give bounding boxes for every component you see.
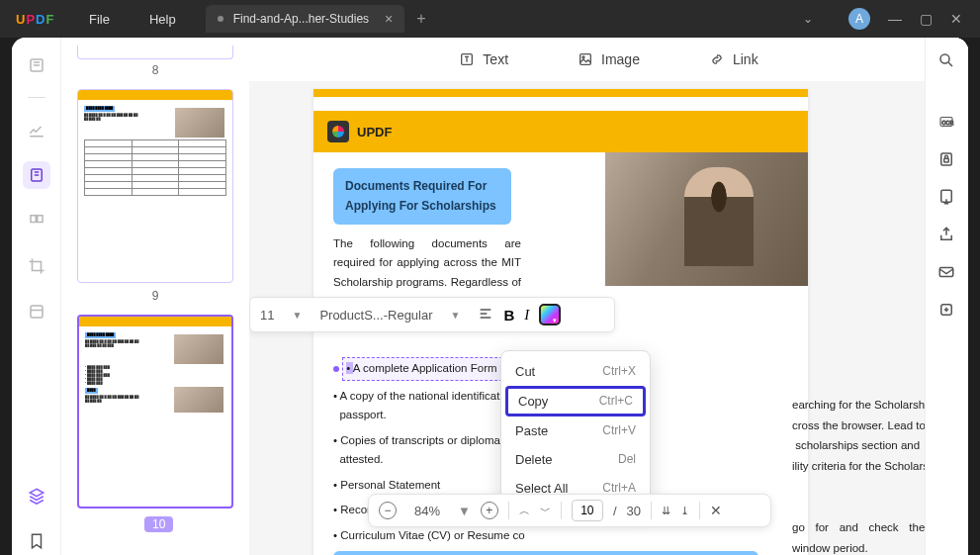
annotate-tool-icon[interactable] [23,116,50,143]
zoom-in-button[interactable]: + [481,502,498,519]
mail-icon[interactable] [937,263,957,283]
thumb-num-8: 8 [77,63,233,77]
page-total: 30 [627,504,641,518]
svg-rect-14 [939,268,953,277]
ctx-paste[interactable]: PasteCtrl+V [501,416,650,445]
ocr-icon[interactable]: OCR [937,113,957,133]
chevron-down-icon[interactable]: ⌄ [803,12,813,26]
ctx-delete[interactable]: DeleteDel [501,445,650,474]
svg-point-7 [582,56,584,58]
updf-doc-logo [327,121,349,142]
app-logo: UPDF [0,12,79,27]
bold-button[interactable]: B [503,307,514,324]
jump-bottom-button[interactable]: ⤓ [680,505,689,517]
zoom-level[interactable]: 84% [406,504,448,518]
jump-down-button[interactable]: ⇊ [662,505,670,517]
bookmark-icon[interactable] [23,527,50,555]
page-nav-bar: − 84% ▼ + ︿ ﹀ /30 ⇊ ⤓ ✕ [368,494,771,527]
edit-tool-icon[interactable] [23,161,50,189]
thumbnail-9[interactable]: ████ ████ ████ ██ ████ ██ █ ██ ██ ███ ██… [77,89,233,283]
font-family-select[interactable]: ProductS...-Regular [319,308,432,323]
user-avatar[interactable]: A [848,8,870,30]
organize-tool-icon[interactable] [23,207,50,234]
redact-tool-icon[interactable] [23,298,50,325]
svg-rect-12 [943,158,948,162]
layers-icon[interactable] [23,482,50,509]
minimize-icon[interactable]: — [888,11,902,27]
svg-rect-4 [31,306,43,318]
ctx-copy[interactable]: CopyCtrl+C [505,386,646,416]
zoom-out-button[interactable]: − [379,502,397,519]
sign-icon[interactable] [937,188,957,208]
menu-file[interactable]: File [89,12,110,27]
thumb-num-9: 9 [77,289,233,303]
nav-close-button[interactable]: ✕ [710,503,722,518]
crop-tool-icon[interactable] [23,252,50,280]
document-tab[interactable]: Find-and-Ap...her-Studies × [206,5,405,33]
document-photo [605,152,808,286]
section-heading-badge: Documents Required For Applying For Scho… [333,168,511,225]
edit-tab-image[interactable]: Image [578,51,640,67]
font-size-select[interactable]: 11 [260,308,274,323]
svg-point-8 [940,54,949,63]
svg-rect-6 [580,54,591,65]
export-icon[interactable] [937,301,957,321]
menu-help[interactable]: Help [149,12,176,27]
tab-title: Find-and-Ap...her-Studies [233,12,369,26]
new-tab-button[interactable]: + [416,10,425,28]
svg-rect-2 [31,216,36,223]
close-icon[interactable]: ✕ [950,11,962,27]
svg-text:OCR: OCR [941,120,953,126]
align-icon[interactable] [478,306,493,324]
reader-tool-icon[interactable] [23,51,50,79]
context-menu: CutCtrl+X CopyCtrl+C PasteCtrl+V DeleteD… [500,350,651,509]
svg-rect-3 [37,216,42,223]
share-icon[interactable] [937,226,957,245]
thumbnail-10[interactable]: ████ ████ ████ ██ ████ ██ █ ██ ██ ███ ██… [77,315,233,509]
italic-button[interactable]: I [524,307,529,324]
text-format-bar: 11▼ ProductS...-Regular▼ B I [249,297,615,332]
text-color-button[interactable] [539,304,561,325]
page-input[interactable] [572,500,603,521]
protect-icon[interactable] [937,150,957,170]
ctx-cut[interactable]: CutCtrl+X [501,357,650,386]
edit-tab-text[interactable]: Text [459,51,508,67]
thumb-num-10: 10 [77,514,233,544]
next-page-button[interactable]: ﹀ [540,504,551,518]
search-icon[interactable] [937,51,957,71]
tab-close-icon[interactable]: × [385,11,393,27]
section-heading-badge-2 [333,551,758,555]
bullet-item: • Curriculum Vitae (CV) or Resume co [333,526,788,546]
prev-page-button[interactable]: ︿ [519,504,530,518]
maximize-icon[interactable]: ▢ [920,11,933,27]
thumbnails-panel: 8 ████ ████ ████ ██ ████ ██ █ ██ ██ ███ … [61,38,249,555]
edit-tab-link[interactable]: Link [709,51,758,67]
